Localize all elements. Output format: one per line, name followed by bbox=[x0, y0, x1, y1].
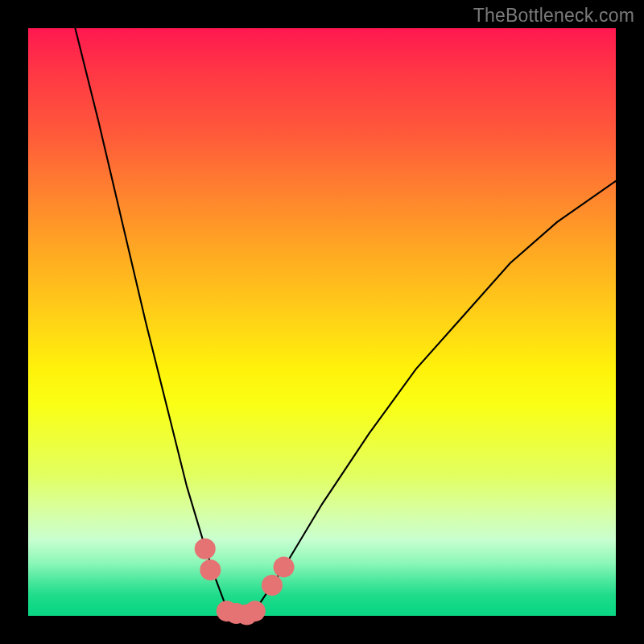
right-curve bbox=[251, 181, 616, 616]
chart-svg bbox=[28, 28, 616, 616]
left-curve bbox=[75, 28, 230, 616]
watermark-text: TheBottleneck.com bbox=[473, 5, 634, 27]
right-marker-lower bbox=[262, 575, 283, 596]
valley-marker-4 bbox=[245, 601, 266, 621]
left-marker-upper bbox=[195, 539, 216, 559]
right-marker-upper bbox=[274, 556, 295, 577]
valley-markers bbox=[195, 539, 295, 625]
left-marker-lower bbox=[200, 559, 221, 580]
frame: TheBottleneck.com bbox=[0, 0, 644, 644]
